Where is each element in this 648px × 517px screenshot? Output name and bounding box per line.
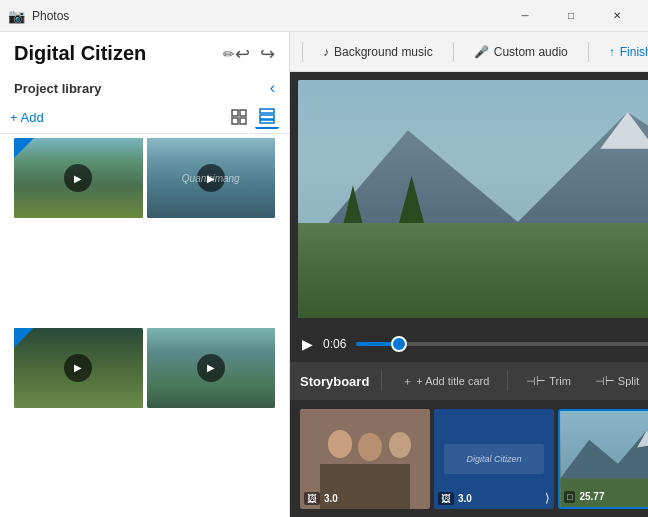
clip-3[interactable]: □ 25.77 🔊: [558, 409, 648, 509]
video-background: [298, 80, 648, 318]
video-controls: ▶ 0:06 1:18 ⤢: [290, 326, 648, 362]
trim-icon: ⊣⊢: [526, 375, 546, 388]
split-button[interactable]: ⊣⊢ Split: [587, 372, 647, 391]
view-toggle: [227, 105, 279, 129]
clip-1-icon: 🖼: [304, 492, 320, 505]
custom-audio-button[interactable]: 🎤 Custom audio: [474, 45, 568, 59]
media-item-2[interactable]: ▶ Quantrimang: [147, 138, 276, 218]
add-title-icon: ＋: [402, 374, 413, 389]
media-item-3[interactable]: ▶: [14, 328, 143, 408]
clip-3-duration: 25.77: [579, 491, 604, 502]
play-pause-button[interactable]: ▶: [302, 336, 313, 352]
clip-1-info: 🖼 3.0: [304, 492, 338, 505]
audio-icon: 🎤: [474, 45, 489, 59]
right-top-bar: ♪ Background music 🎤 Custom audio ↑ Fini…: [290, 32, 648, 72]
play-button-4[interactable]: ▶: [197, 354, 225, 382]
redo-button[interactable]: ↪: [260, 43, 275, 65]
current-time: 0:06: [323, 337, 346, 351]
undo-button[interactable]: ↩: [235, 43, 250, 65]
separator-2: [453, 42, 454, 62]
trim-button[interactable]: ⊣⊢ Trim: [518, 372, 579, 391]
add-button[interactable]: + Add: [10, 110, 44, 125]
video-scene-svg: [298, 80, 648, 318]
close-button[interactable]: ✕: [594, 0, 640, 32]
separator-1: [302, 42, 303, 62]
clip-3-info: □ 25.77: [564, 491, 604, 503]
right-panel: ♪ Background music 🎤 Custom audio ↑ Fini…: [290, 32, 648, 517]
clip-2-nav: ⟩: [545, 491, 550, 505]
clip-2-info: 🖼 3.0: [438, 492, 472, 505]
list-view-button[interactable]: [255, 105, 279, 129]
svg-rect-6: [260, 120, 274, 123]
clip-2[interactable]: Digital Citizen 🖼 3.0 ⟩: [434, 409, 554, 509]
progress-fill: [356, 342, 399, 346]
sb-separator-2: [507, 371, 508, 391]
storyboard-label: Storyboard: [300, 374, 369, 389]
library-title: Project library: [14, 81, 270, 96]
progress-bar[interactable]: [356, 342, 648, 346]
clip-1-duration: 3.0: [324, 493, 338, 504]
music-note-icon: ♪: [323, 45, 329, 59]
svg-rect-5: [260, 115, 274, 119]
background-music-button[interactable]: ♪ Background music: [323, 45, 433, 59]
clip-3-icon: □: [564, 491, 575, 503]
storyboard-area: Storyboard ＋ + Add title card ⊣⊢ Trim ⊣⊢…: [290, 362, 648, 517]
storyboard-header: Storyboard ＋ + Add title card ⊣⊢ Trim ⊣⊢…: [290, 362, 648, 400]
svg-point-19: [389, 432, 411, 458]
storyboard-clips: 🖼 3.0 Digital Citizen 🖼 3.0: [290, 400, 648, 517]
svg-point-17: [328, 430, 352, 458]
edit-icon[interactable]: ✏: [223, 46, 235, 62]
left-panel: Digital Citizen ✏ ↩ ↪ Project library ‹ …: [0, 32, 290, 517]
minimize-button[interactable]: ─: [502, 0, 548, 32]
window-controls: ─ □ ✕: [502, 0, 640, 32]
corner-accent-3: [14, 328, 34, 348]
media-toolbar: + Add: [0, 101, 289, 134]
svg-rect-0: [232, 110, 238, 116]
media-item-1[interactable]: ▶: [14, 138, 143, 218]
add-title-card-button[interactable]: ＋ + Add title card: [394, 371, 497, 392]
svg-point-18: [358, 433, 382, 461]
clip-2-text: Digital Citizen: [466, 454, 521, 464]
finish-video-button[interactable]: ↑ Finish video: [609, 45, 648, 59]
media-grid: ▶ ▶ Quantrimang ▶ ▶: [0, 134, 289, 517]
video-preview: [298, 80, 648, 318]
svg-rect-1: [240, 110, 246, 116]
export-icon: ↑: [609, 45, 615, 59]
list-icon: [259, 108, 275, 124]
project-title: Digital Citizen: [14, 42, 215, 65]
clip-2-icon: 🖼: [438, 492, 454, 505]
collapse-button[interactable]: ‹: [270, 79, 275, 97]
media-item-4[interactable]: ▶: [147, 328, 276, 408]
maximize-button[interactable]: □: [548, 0, 594, 32]
app-title: Photos: [32, 9, 502, 23]
svg-rect-11: [298, 259, 648, 318]
clip-2-duration: 3.0: [458, 493, 472, 504]
title-bar: 📷 Photos ─ □ ✕: [0, 0, 648, 32]
split-icon: ⊣⊢: [595, 375, 615, 388]
play-button-1[interactable]: ▶: [64, 164, 92, 192]
clip-1[interactable]: 🖼 3.0: [300, 409, 430, 509]
grid-4-icon: [231, 109, 247, 125]
svg-rect-4: [260, 109, 274, 113]
watermark: Quantrimang: [182, 173, 240, 184]
svg-rect-3: [240, 118, 246, 124]
progress-thumb[interactable]: [391, 336, 407, 352]
app-icon: 📷: [8, 8, 24, 24]
project-header: Digital Citizen ✏ ↩ ↪: [0, 32, 289, 71]
library-header: Project library ‹: [0, 71, 289, 101]
app-body: Digital Citizen ✏ ↩ ↪ Project library ‹ …: [0, 32, 648, 517]
sb-separator-1: [381, 371, 382, 391]
play-button-3[interactable]: ▶: [64, 354, 92, 382]
separator-3: [588, 42, 589, 62]
corner-accent-1: [14, 138, 34, 158]
grid-view-button[interactable]: [227, 105, 251, 129]
svg-rect-2: [232, 118, 238, 124]
